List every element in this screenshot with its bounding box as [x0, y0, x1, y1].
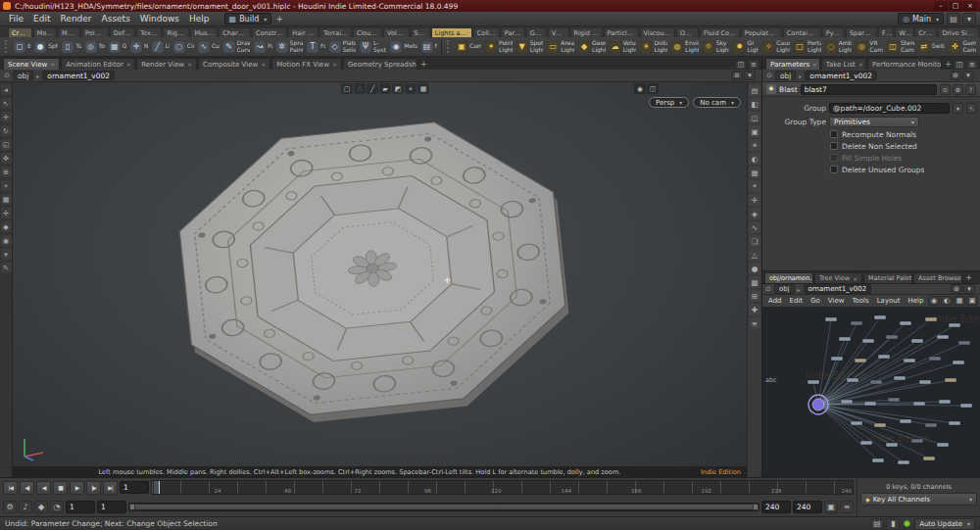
- pane-menu-icon[interactable]: ≡: [966, 60, 978, 70]
- shelf-tab[interactable]: Constraints: [252, 27, 287, 37]
- network-graph[interactable]: [762, 308, 980, 477]
- range-end-field[interactable]: 240: [793, 501, 822, 513]
- tool-draw-curve[interactable]: ✎ Draw Curve: [221, 38, 252, 56]
- tool-vr-camera[interactable]: ◎ VR Camera: [854, 38, 885, 56]
- tool-file[interactable]: ▤ File: [419, 38, 439, 56]
- node-name-field[interactable]: blast7: [801, 84, 937, 95]
- network-menu-item[interactable]: View: [824, 297, 849, 305]
- tool-point-light[interactable]: ✶ Point Light: [483, 38, 514, 56]
- shelf-tab[interactable]: Texture: [136, 27, 162, 37]
- next-key-button[interactable]: |▶: [86, 481, 101, 495]
- handles-tool-icon[interactable]: ⊕: [1, 167, 12, 177]
- group-pick-icon[interactable]: ↖: [966, 103, 977, 114]
- tool-distant-light[interactable]: ☀ Distant Light: [638, 38, 669, 56]
- audio-options-icon[interactable]: ♪: [19, 501, 32, 513]
- template-icon[interactable]: ❏: [749, 235, 760, 247]
- menu-item[interactable]: Render: [56, 14, 97, 24]
- tool-sphere[interactable]: ● Sphere: [32, 38, 60, 56]
- breadcrumb-node[interactable]: ornament1_v002: [42, 71, 115, 80]
- tool-stereo-camera[interactable]: ◫ Stereo Camera: [885, 38, 916, 56]
- menu-item[interactable]: Edit: [28, 14, 55, 24]
- tool-camera[interactable]: ▣ Camera: [454, 38, 483, 56]
- shelf-tab[interactable]: Oceans: [676, 27, 699, 37]
- link-icon[interactable]: ⊚: [951, 284, 962, 294]
- network-menu-item[interactable]: Go: [807, 297, 824, 305]
- walk-tool-icon[interactable]: ▾: [1, 249, 12, 260]
- textures-icon[interactable]: ▩: [749, 276, 760, 288]
- shelf-tab[interactable]: Rigging: [163, 27, 189, 37]
- show-objects-icon[interactable]: ▢: [341, 83, 353, 94]
- shelf-grip[interactable]: [5, 40, 9, 53]
- shading-mode-icon[interactable]: ◐: [749, 153, 760, 165]
- projection-pill[interactable]: Persp ▾: [649, 97, 689, 108]
- snap-grid-icon[interactable]: ▦: [1, 194, 12, 205]
- shelf-tab[interactable]: Hair Utils: [288, 27, 318, 37]
- shelf-tab[interactable]: Modify: [33, 27, 58, 37]
- add-pane-tab-button[interactable]: +: [963, 272, 974, 283]
- tool-ambient-light[interactable]: ◌ Ambient Light: [823, 38, 855, 56]
- tool-circle[interactable]: ○ Circle: [172, 38, 196, 56]
- edit-tool-icon[interactable]: ✎: [1, 263, 12, 273]
- tool-sky-light[interactable]: ☼ Sky Light: [701, 38, 732, 56]
- checkbox[interactable]: [830, 142, 838, 150]
- update-mode-selector[interactable]: Auto Update ▾: [914, 518, 975, 530]
- camera-icon[interactable]: ▣: [749, 125, 760, 137]
- path-history-icon[interactable]: ▾: [744, 71, 756, 80]
- pane-tab[interactable]: Parameters: [765, 58, 820, 70]
- translate-tool-icon[interactable]: ✛: [1, 112, 12, 122]
- tool-area-light[interactable]: ▭ Area Light: [545, 38, 576, 56]
- shelf-tab[interactable]: Fluid Containers: [700, 27, 740, 37]
- go-end-button[interactable]: ▶|: [103, 481, 118, 495]
- subrange-end-field[interactable]: 240: [761, 501, 791, 513]
- checkbox[interactable]: [830, 166, 838, 173]
- path-history-icon[interactable]: ▾: [962, 71, 974, 80]
- menu-item[interactable]: Help: [184, 14, 215, 24]
- anim-options-icon[interactable]: ⚙: [3, 501, 17, 513]
- shelf-grip[interactable]: [447, 40, 451, 53]
- tool-lsystem[interactable]: Ψ L-System: [358, 38, 388, 56]
- snap-points-icon[interactable]: ⌖: [1, 180, 12, 191]
- group-select-arrow-icon[interactable]: ▾: [953, 103, 963, 114]
- menu-item[interactable]: File: [4, 14, 28, 24]
- group-param-field[interactable]: @path=/door_Cube.002: [829, 103, 950, 114]
- scene-viewport[interactable]: ▢∴╱▰◩⌖▦ ◉◫ Persp ▾ No cam ▾: [13, 82, 747, 477]
- rotate-tool-icon[interactable]: ↻: [1, 125, 12, 136]
- pin-icon[interactable]: ⊙: [765, 285, 771, 293]
- pin-icon[interactable]: ⊙: [4, 72, 10, 79]
- shelf-tab[interactable]: Create: [8, 27, 32, 37]
- range-handle-left[interactable]: [129, 504, 135, 510]
- toolbar-toggle-icon[interactable]: ▤: [947, 13, 960, 24]
- pane-tab[interactable]: Take List: [821, 58, 866, 70]
- handles-icon[interactable]: ✛: [749, 194, 760, 206]
- shelf-tab[interactable]: Model: [58, 27, 80, 37]
- pose-tool-icon[interactable]: ✜: [1, 153, 12, 164]
- network-menu-item[interactable]: Edit: [786, 297, 808, 305]
- camera-pill[interactable]: No cam ▾: [693, 97, 741, 108]
- material-icon[interactable]: ◉: [928, 296, 940, 306]
- playbar-menu-icon[interactable]: ≡: [840, 501, 854, 513]
- tool-switcher[interactable]: ⇄ Switcher: [916, 38, 948, 56]
- shelf-tab[interactable]: Vellum: [548, 27, 569, 37]
- visibility-icon[interactable]: ◐: [941, 296, 953, 306]
- view-menu-icon[interactable]: ≡: [749, 317, 760, 329]
- shelf-tab[interactable]: Sparse Pyro: [846, 27, 877, 37]
- param-toggle[interactable]: Fill Simple Holes: [765, 152, 977, 164]
- realtime-icon[interactable]: ◔: [50, 501, 64, 513]
- stop-button[interactable]: ■: [53, 481, 68, 495]
- gear-icon[interactable]: ⚙: [953, 84, 963, 95]
- network-menu-item[interactable]: Tools: [848, 297, 872, 305]
- tool-font[interactable]: T Font: [305, 38, 327, 56]
- pane-tab[interactable]: Scene View: [3, 58, 60, 70]
- minimap-icon[interactable]: ▣: [966, 296, 978, 306]
- shelf-tab[interactable]: Deform: [110, 27, 136, 37]
- layout-quad-icon[interactable]: ◫: [749, 112, 760, 123]
- shelf-tab[interactable]: Polygon: [81, 27, 109, 37]
- pane-tab[interactable]: obj/ornamen...: [764, 272, 813, 283]
- select-mode-icon[interactable]: ◩: [392, 83, 404, 94]
- add-view-icon[interactable]: ✚: [749, 304, 760, 315]
- menu-item[interactable]: Assets: [97, 14, 135, 24]
- scale-tool-icon[interactable]: ◱: [1, 139, 12, 150]
- show-points-icon[interactable]: ∴: [354, 83, 366, 94]
- divisions-icon[interactable]: ⊞: [749, 290, 760, 302]
- shelf-tab[interactable]: Drive Simulation: [938, 27, 979, 37]
